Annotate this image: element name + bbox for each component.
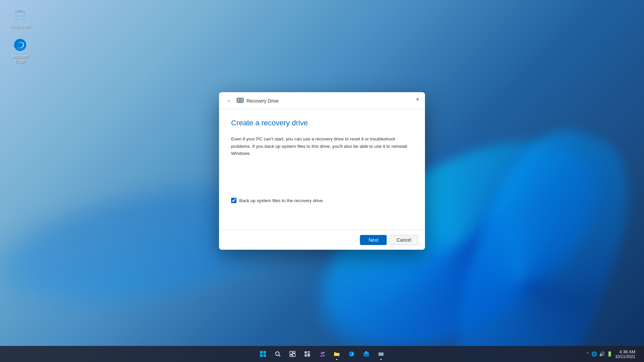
taskbar-right: ⌃ 🌐 🔊 🔋 4:38 AM 10/11/2021 [586, 347, 640, 361]
volume-icon[interactable]: 🔊 [599, 351, 605, 357]
taskbar-widgets-button[interactable] [301, 347, 314, 361]
taskbar-time-display: 4:38 AM [615, 349, 635, 354]
recovery-drive-dialog: ← Recovery Drive × Create a recovery [219, 92, 425, 250]
next-button[interactable]: Next [360, 235, 387, 245]
taskbar-explorer-button[interactable] [330, 347, 343, 361]
battery-icon[interactable]: 🔋 [607, 351, 612, 357]
taskbar-teams-button[interactable] [315, 347, 329, 361]
taskbar-start-button[interactable] [256, 347, 270, 361]
show-desktop-button[interactable] [638, 347, 640, 361]
taskbar-taskview-button[interactable] [286, 347, 299, 361]
svg-point-36 [381, 354, 381, 355]
svg-rect-31 [366, 351, 367, 353]
taskbar-center [256, 347, 388, 361]
desktop: Recycle Bin Microsoft Edge ← [0, 0, 644, 362]
svg-rect-30 [364, 353, 369, 357]
dialog-body: Create a recovery drive Even if your PC … [219, 109, 425, 230]
backup-checkbox-row: Back up system files to the recovery dri… [231, 198, 324, 203]
taskbar-clock[interactable]: 4:38 AM 10/11/2021 [615, 349, 635, 359]
back-button[interactable]: ← [224, 96, 234, 106]
svg-rect-32 [364, 353, 369, 354]
taskbar-edge-button[interactable] [345, 347, 358, 361]
svg-rect-22 [290, 355, 292, 357]
backup-checkbox-label: Back up system files to the recovery dri… [239, 198, 324, 203]
taskbar-store-button[interactable] [360, 347, 373, 361]
dialog-title-icon [236, 97, 244, 106]
dialog-description: Even if your PC can't start, you can use… [231, 135, 413, 157]
dialog-footer: Next Cancel [219, 230, 425, 250]
svg-rect-25 [305, 354, 307, 357]
backup-checkbox[interactable] [231, 198, 236, 203]
svg-rect-23 [305, 351, 307, 354]
cancel-button[interactable]: Cancel [389, 235, 418, 245]
svg-rect-16 [263, 354, 266, 357]
svg-rect-24 [308, 351, 310, 353]
dialog-title: Recovery Drive [247, 98, 279, 104]
taskbar-search-button[interactable] [271, 347, 284, 361]
taskbar-date-display: 10/11/2021 [615, 354, 635, 359]
svg-rect-37 [379, 352, 380, 353]
svg-rect-21 [293, 354, 295, 357]
svg-point-12 [240, 100, 240, 101]
show-hidden-icons[interactable]: ⌃ [586, 352, 589, 356]
svg-rect-15 [260, 354, 263, 357]
dialog-titlebar: ← Recovery Drive × [219, 92, 425, 109]
svg-point-28 [323, 352, 325, 354]
dialog-overlay: ← Recovery Drive × Create a recovery [0, 0, 644, 362]
svg-rect-14 [263, 351, 266, 354]
close-button[interactable]: × [413, 95, 422, 104]
taskbar-recovery-button[interactable] [374, 347, 388, 361]
svg-rect-26 [308, 353, 310, 357]
network-icon[interactable]: 🌐 [591, 351, 597, 357]
system-tray[interactable]: ⌃ 🌐 🔊 🔋 [586, 351, 612, 357]
svg-rect-20 [293, 351, 295, 353]
svg-line-18 [279, 355, 280, 356]
svg-rect-13 [260, 351, 263, 354]
taskbar: ⌃ 🌐 🔊 🔋 4:38 AM 10/11/2021 [0, 346, 644, 362]
svg-rect-9 [239, 102, 241, 103]
svg-rect-19 [290, 351, 292, 354]
svg-rect-10 [238, 103, 242, 103]
dialog-heading: Create a recovery drive [231, 119, 413, 127]
